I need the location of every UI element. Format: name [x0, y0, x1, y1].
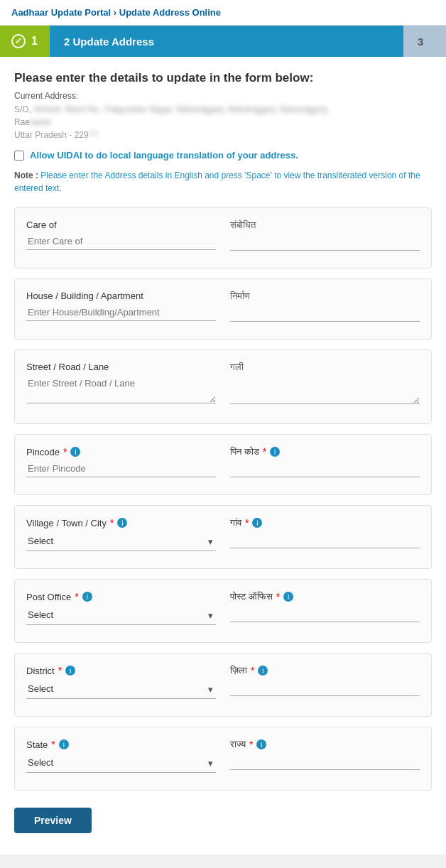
postoffice-hindi-input[interactable]	[230, 605, 420, 622]
village-hindi-label: गांव * i	[230, 517, 420, 528]
state-row: State * i Select राज्य * i	[26, 739, 420, 773]
village-required: *	[110, 517, 114, 528]
address-blurred1: Ahmed, Ward No.,	[33, 104, 106, 114]
pincode-section: Pincode * i पिन कोड * i	[14, 434, 432, 495]
care-of-label: Care of	[26, 219, 216, 230]
state-info-icon[interactable]: i	[59, 739, 69, 749]
stepper: ✓ 1 2 Update Address 3	[0, 26, 446, 57]
current-address-text: S/O, Ahmed, Ward No., Fatgumber Nagar, M…	[14, 103, 432, 141]
street-col-en: Street / Road / Lane	[26, 362, 216, 406]
street-input[interactable]	[26, 375, 216, 403]
district-hindi-input[interactable]	[230, 679, 420, 696]
street-section: Street / Road / Lane गली	[14, 349, 432, 424]
uidai-translation-checkbox[interactable]	[14, 151, 24, 161]
pincode-hindi-input[interactable]	[230, 460, 420, 477]
step-3: 3	[403, 26, 446, 57]
postoffice-info-icon[interactable]: i	[82, 592, 92, 602]
village-info-icon[interactable]: i	[117, 518, 127, 528]
pincode-input[interactable]	[26, 460, 216, 477]
state-col-en: State * i Select	[26, 739, 216, 773]
district-hi-required: *	[251, 665, 254, 676]
uidai-translation-label[interactable]: Allow UIDAI to do local language transla…	[30, 150, 298, 161]
breadcrumb-portal[interactable]: Aadhaar Update Portal	[11, 7, 111, 18]
village-hi-required: *	[245, 517, 249, 528]
pincode-info-icon[interactable]: i	[70, 447, 80, 457]
state-required: *	[51, 739, 55, 750]
district-hindi-label: ज़िला * i	[230, 665, 420, 676]
village-select-wrapper: Select	[26, 531, 216, 551]
care-of-hindi-input[interactable]	[230, 234, 420, 251]
state-hi-info-icon[interactable]: i	[256, 739, 266, 749]
state-section: State * i Select राज्य * i	[14, 727, 432, 791]
house-col-en: House / Building / Apartment	[26, 291, 216, 322]
street-hindi-label: गली	[230, 362, 420, 373]
state-hindi-label: राज्य * i	[230, 739, 420, 750]
pincode-col-en: Pincode * i	[26, 446, 216, 477]
district-row: District * i Select ज़िला * i	[26, 665, 420, 699]
pincode-hi-required: *	[263, 446, 266, 457]
postoffice-row: Post Office * i Select पोस्ट ऑफिस * i	[26, 591, 420, 625]
village-section: Village / Town / City * i Select गांव * …	[14, 505, 432, 569]
district-required: *	[58, 665, 62, 676]
preview-button[interactable]: Preview	[14, 808, 92, 833]
district-select-wrapper: Select	[26, 679, 216, 699]
district-col-en: District * i Select	[26, 665, 216, 699]
address-blurred3: bareli	[30, 117, 50, 127]
address-line2: Rae	[14, 117, 30, 127]
pincode-col-hi: पिन कोड * i	[230, 446, 420, 477]
care-of-col-hi: संबोधित	[230, 219, 420, 251]
street-col-hi: गली	[230, 362, 420, 406]
house-hindi-input[interactable]	[230, 305, 420, 322]
pincode-required: *	[63, 446, 67, 457]
postoffice-required: *	[75, 591, 78, 602]
house-hindi-label: निर्माण	[230, 291, 420, 302]
district-info-icon[interactable]: i	[65, 666, 75, 676]
village-select[interactable]: Select	[26, 531, 216, 551]
breadcrumb-separator: ›	[114, 7, 116, 18]
note-label: Note :	[14, 170, 38, 180]
pincode-hi-info-icon[interactable]: i	[270, 447, 280, 457]
postoffice-col-hi: पोस्ट ऑफिस * i	[230, 591, 420, 625]
postoffice-hi-info-icon[interactable]: i	[283, 592, 293, 602]
pincode-row: Pincode * i पिन कोड * i	[26, 446, 420, 477]
postoffice-col-en: Post Office * i Select	[26, 591, 216, 625]
house-section: House / Building / Apartment निर्माण	[14, 278, 432, 340]
postoffice-select[interactable]: Select	[26, 605, 216, 625]
district-select[interactable]: Select	[26, 679, 216, 699]
state-label: State * i	[26, 739, 216, 750]
village-col-hi: गांव * i	[230, 517, 420, 551]
state-hindi-input[interactable]	[230, 753, 420, 770]
state-col-hi: राज्य * i	[230, 739, 420, 773]
district-label: District * i	[26, 665, 216, 676]
care-of-row: Care of संबोधित	[26, 219, 420, 251]
current-address-label: Current Address:	[14, 91, 432, 101]
village-hindi-input[interactable]	[230, 531, 420, 548]
care-of-hindi-label: संबोधित	[230, 219, 420, 231]
page-heading: Please enter the details to update in th…	[14, 71, 432, 85]
state-select[interactable]: Select	[26, 753, 216, 773]
checkbox-row: Allow UIDAI to do local language transla…	[14, 150, 432, 161]
district-col-hi: ज़िला * i	[230, 665, 420, 699]
village-label: Village / Town / City * i	[26, 517, 216, 528]
address-blurred4: ***	[89, 130, 99, 140]
care-of-input[interactable]	[26, 233, 216, 250]
district-hi-info-icon[interactable]: i	[258, 666, 268, 676]
district-section: District * i Select ज़िला * i	[14, 653, 432, 717]
postoffice-section: Post Office * i Select पोस्ट ऑफिस * i	[14, 579, 432, 643]
state-hi-required: *	[249, 739, 253, 750]
house-input[interactable]	[26, 304, 216, 321]
house-row: House / Building / Apartment निर्माण	[26, 291, 420, 322]
breadcrumb-page: Update Address Online	[119, 7, 221, 18]
village-row: Village / Town / City * i Select गांव * …	[26, 517, 420, 551]
street-label: Street / Road / Lane	[26, 362, 216, 372]
care-of-section: Care of संबोधित	[14, 207, 432, 268]
street-hindi-input[interactable]	[230, 376, 420, 404]
note-english: English	[174, 170, 202, 180]
village-col-en: Village / Town / City * i Select	[26, 517, 216, 551]
house-col-hi: निर्माण	[230, 291, 420, 322]
village-hi-info-icon[interactable]: i	[252, 518, 262, 528]
note-text: Note : Please enter the Address details …	[14, 169, 432, 195]
postoffice-hindi-label: पोस्ट ऑफिस * i	[230, 591, 420, 602]
street-row: Street / Road / Lane गली	[26, 362, 420, 406]
care-of-col-en: Care of	[26, 219, 216, 251]
